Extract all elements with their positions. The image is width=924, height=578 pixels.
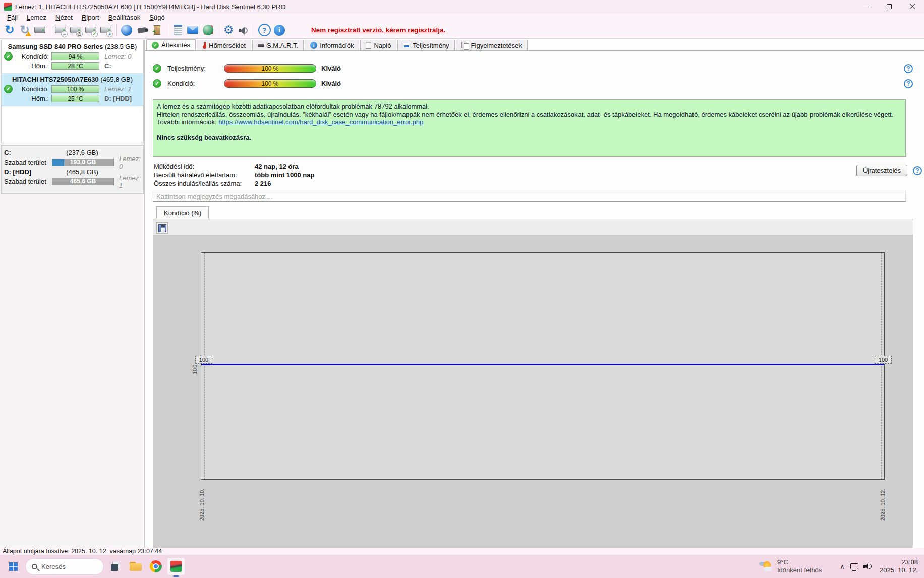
free-space-bar: 193,0 GB — [52, 159, 114, 166]
minimize-button[interactable] — [854, 0, 878, 13]
pages-icon — [461, 42, 469, 49]
chart-tab-condition[interactable]: Kondíció (%) — [156, 206, 209, 219]
health-ok-icon — [4, 52, 13, 61]
start-button[interactable] — [4, 557, 22, 575]
message-line: Hirtelen rendszerleállás, összeomlás, új… — [157, 111, 902, 119]
menu-bar: Fájl Lemez Nézet Riport Beállítások Súgó — [0, 13, 924, 22]
disk-number: Lemez: 0 — [104, 52, 131, 60]
temperature-bar: 28 °C — [51, 62, 99, 70]
condition-bar: 100 % — [51, 85, 99, 93]
help-icon[interactable] — [904, 79, 913, 88]
web-disk-icon[interactable] — [120, 23, 134, 37]
camera-icon[interactable] — [135, 23, 149, 37]
info-icon[interactable] — [272, 23, 286, 37]
condition-line-series — [201, 364, 884, 365]
tab-bar: Áttekintés Hőmérséklet S.M.A.R.T. Inform… — [146, 40, 924, 50]
status-bar: Állapot utoljára frissítve: 2025. 10. 12… — [0, 548, 924, 555]
menu-disk[interactable]: Lemez — [22, 14, 51, 21]
close-button[interactable] — [901, 0, 924, 13]
tab-log[interactable]: Napló — [360, 40, 396, 50]
tab-information[interactable]: Információk — [305, 40, 359, 50]
settings-gear-icon[interactable] — [221, 23, 236, 37]
partition-free-row[interactable]: Szabad terület 193,0 GB Lemez: 0 — [4, 158, 141, 167]
sounds-speaker-icon[interactable] — [237, 23, 251, 37]
refresh-icon[interactable] — [3, 23, 17, 37]
menu-report[interactable]: Riport — [77, 14, 104, 21]
maximize-icon — [887, 4, 892, 9]
disk-properties-icon[interactable] — [33, 23, 47, 37]
tab-smart[interactable]: S.M.A.R.T. — [252, 40, 304, 50]
tab-alerts[interactable]: Figyelmeztetések — [456, 40, 528, 50]
search-input[interactable]: Keresés — [25, 558, 104, 575]
toolbar: → ◷ ✓ ⌕ Nem regisztrált verzió, kérem re… — [0, 22, 924, 39]
info-link[interactable]: https://www.hdsentinel.com/hard_disk_cas… — [218, 118, 423, 126]
condition-row: Kondíció: 100 % Kiváló — [153, 78, 341, 88]
y-axis-tick-label: 100 — [192, 365, 198, 374]
health-ok-icon — [4, 85, 13, 93]
help-icon[interactable] — [257, 23, 271, 37]
clock-time: 23:08 — [880, 558, 918, 566]
weather-widget[interactable]: 9°C Időnként felhős — [759, 555, 822, 578]
maximize-button[interactable] — [878, 0, 901, 13]
refresh-warning-icon[interactable] — [18, 23, 32, 37]
menu-settings[interactable]: Beállítások — [104, 14, 145, 21]
save-icon — [158, 224, 166, 232]
retest-button[interactable]: Újratesztelés — [856, 165, 907, 176]
disk-entry-hitachi[interactable]: HITACHI HTS725050A7E630 (465,8 GB) Kondí… — [2, 73, 143, 106]
chrome-button[interactable] — [147, 558, 164, 575]
sidebar: Samsung SSD 840 PRO Series (238,5 GB) Ko… — [0, 39, 145, 548]
hard-disk-sentinel-button[interactable] — [167, 558, 185, 575]
tab-overview[interactable]: Áttekintés — [146, 39, 196, 50]
disk-number: Lemez: 1 — [104, 85, 131, 93]
chart-icon — [403, 43, 410, 48]
disk-arrow-icon[interactable]: → — [53, 23, 68, 37]
plot-area — [201, 252, 885, 480]
check-icon — [152, 42, 159, 49]
menu-view[interactable]: Nézet — [51, 14, 77, 21]
help-icon[interactable] — [913, 166, 922, 175]
x-axis-label-left: 2025. 10. 10. — [199, 482, 205, 521]
minimize-icon — [863, 7, 869, 7]
document-icon — [366, 42, 371, 49]
disk-entry-samsung[interactable]: Samsung SSD 840 PRO Series (238,5 GB) Ko… — [2, 40, 143, 73]
volume-icon[interactable] — [863, 563, 872, 570]
toolbar-separator — [254, 24, 254, 36]
chart-block: Kondíció (%) 100 100 100 2025. 10. 10. 2… — [153, 206, 913, 559]
x-axis-label-right: 2025. 10. 12. — [880, 482, 886, 521]
save-chart-button[interactable] — [156, 222, 168, 234]
registration-notice-link[interactable]: Nem regisztrált verzió, kérem regisztrál… — [311, 26, 445, 34]
tray-chevron-icon[interactable]: ∧ — [837, 555, 847, 578]
network-icon[interactable] — [850, 563, 858, 569]
disk-ok-icon[interactable]: ✓ — [84, 23, 98, 37]
comment-input[interactable] — [153, 191, 906, 202]
toolbar-separator — [167, 24, 167, 36]
folder-icon — [130, 562, 142, 571]
weather-icon — [759, 560, 773, 572]
hard-disk-sentinel-icon — [170, 561, 182, 572]
disk-clock-icon[interactable]: ◷ — [69, 23, 83, 37]
temperature-bar: 25 °C — [51, 95, 99, 102]
weather-condition: Időnként felhős — [777, 566, 822, 574]
disk-name: HITACHI HTS725050A7E630 (465,8 GB) — [4, 75, 141, 84]
email-icon[interactable] — [186, 23, 200, 37]
network-globe-icon[interactable] — [201, 23, 215, 37]
search-placeholder: Keresés — [41, 563, 66, 570]
partition-free-row[interactable]: Szabad terület 465,6 GB Lemez: 1 — [4, 177, 141, 186]
disk-search-icon[interactable]: ⌕ — [99, 23, 113, 37]
data-point-label-left: 100 — [195, 356, 212, 364]
menu-file[interactable]: Fájl — [3, 14, 22, 21]
task-view-button[interactable] — [107, 558, 124, 575]
clock-widget[interactable]: 23:08 2025. 10. 12. — [880, 555, 918, 578]
performance-meter: 100 % — [224, 64, 316, 73]
tab-performance[interactable]: Teljesítmény — [397, 40, 454, 50]
disk-number: Lemez: 0 — [119, 155, 141, 170]
health-message-box: A lemez és a számítógép közötti adatkapc… — [153, 99, 906, 157]
file-explorer-button[interactable] — [127, 558, 144, 575]
toolbar-separator — [116, 24, 117, 36]
door-exit-icon[interactable] — [150, 23, 164, 37]
action-advice: Nincs szükség beavatkozásra. — [157, 134, 902, 142]
help-icon[interactable] — [904, 64, 913, 73]
menu-help[interactable]: Súgó — [145, 14, 169, 21]
notes-icon[interactable] — [170, 23, 185, 37]
tab-temperature[interactable]: Hőmérséklet — [197, 40, 251, 50]
